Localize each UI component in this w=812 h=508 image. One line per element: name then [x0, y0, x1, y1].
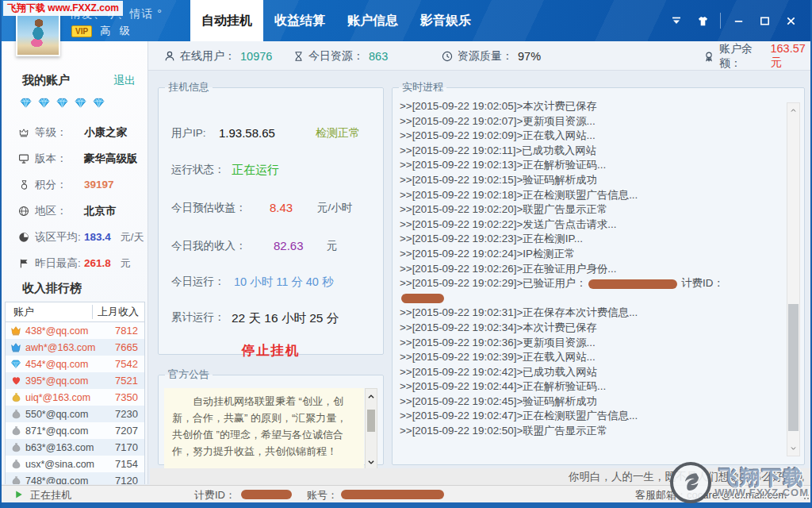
account-label: 账号： [307, 488, 338, 502]
redacted-account [341, 490, 444, 499]
flag-icon [13, 258, 35, 269]
trophy-gold-icon [10, 325, 22, 336]
ip-value: 1.93.58.65 [219, 126, 275, 140]
play-icon [14, 490, 24, 499]
stop-hangup-button[interactable]: 停止挂机 [242, 342, 301, 360]
stat-today-resources: 今日资源：863 [293, 41, 388, 71]
process-log-panel: 实时进程 >>[2015-09-22 19:02:05]>本次计费已保存>>[2… [392, 80, 805, 465]
diamond-icon [37, 97, 51, 109]
maximize-icon[interactable] [756, 12, 773, 29]
window-controls [668, 0, 799, 41]
scrollbar-thumb[interactable] [367, 410, 375, 432]
diamond-icon [19, 97, 33, 109]
ranking-row: 395*@qq.com7521 [6, 372, 144, 389]
hangup-info-panel: 挂机信息 用户IP: 1.93.58.65 检测正常 运行状态： 正在运行 今日… [158, 80, 384, 355]
field-level: 等级：小康之家 [2, 119, 148, 145]
scrollbar-thumb[interactable] [788, 304, 799, 431]
sidebar-title: 我的账户 [22, 73, 70, 88]
log-line: >>[2015-09-22 19:02:20]>联盟广告显示正常 [400, 202, 782, 217]
today-runtime-label: 今日运行： [171, 275, 225, 289]
announcement-text[interactable]: 自动挂机网络联盟秉着 “创业，创新，合作，共赢” 的原则，“汇聚力量，共创价值 … [164, 388, 364, 471]
quality-clock-icon [442, 51, 453, 62]
ranking-row: b63*@163.com7170 [6, 439, 144, 456]
log-line: >>[2015-09-22 19:02:26]>正在验证用户身份... [400, 262, 782, 277]
today-runtime-value: 10 小时 11 分 40 秒 [234, 275, 333, 290]
ranking-row: usx*@sina.com7154 [6, 456, 144, 472]
chevron-up-icon[interactable] [366, 391, 377, 402]
log-line: >>[2015-09-22 19:02:29]>已验证用户： 计费ID： [400, 276, 782, 291]
log-line: >>[2015-09-22 19:02:34]>本次计费已保存 [400, 321, 782, 336]
crown-blue-icon [10, 342, 22, 352]
sidebar-fields: 等级：小康之家版本：豪华高级版积分：39197地区：北京市该区平均:183.4元… [2, 119, 148, 276]
diamond-icon [92, 97, 105, 109]
moneybag-icon [10, 409, 22, 419]
control-divider [720, 13, 721, 29]
run-status-value: 正在运行 [232, 163, 279, 178]
redacted-text [401, 294, 444, 303]
vip-badge: VIP [71, 25, 92, 37]
log-line: >>[2015-09-22 19:02:42]>已成功载入网站 [400, 365, 782, 380]
log-line: >>[2015-09-22 19:02:39]>正在载入网站... [400, 350, 782, 365]
tab-earnings-settlement[interactable]: 收益结算 [263, 0, 336, 41]
estimate-row: 今日预估收益： 8.43 元/小时 [159, 201, 383, 217]
redacted-text [588, 279, 677, 289]
log-scrollbar[interactable] [787, 102, 800, 456]
watermark-url: WWW.FXXZ.COM [714, 487, 809, 498]
announcement-panel: 官方公告 自动挂机网络联盟秉着 “创业，创新，合作，共赢” 的原则，“汇聚力量，… [158, 368, 384, 465]
account-sidebar: 我的账户 退出 等级：小康之家版本：豪华高级版积分：39197地区：北京市该区平… [2, 41, 148, 484]
log-line: >>[2015-09-22 19:02:22]>发送广告点击请求... [400, 217, 782, 233]
log-line [400, 291, 782, 306]
moneybag-icon [10, 442, 22, 452]
site-watermark-top: 飞翔下载 www.FXXZ.com [3, 1, 123, 16]
online-users-icon [164, 51, 175, 62]
tab-auto-hangup[interactable]: 自动挂机 [190, 0, 263, 41]
moneybag-icon [10, 459, 22, 469]
skin-icon[interactable] [694, 12, 711, 29]
billing-id-label: 计费ID： [194, 488, 236, 502]
vip-line: VIP 高 级 [71, 24, 133, 38]
total-runtime-row: 累计运行： 22 天 16 小时 25 分 [159, 310, 383, 326]
tab-account-info[interactable]: 账户信息 [336, 0, 409, 41]
estimate-label: 今日预估收益： [171, 201, 247, 215]
field-version: 版本：豪华高级版 [2, 145, 148, 171]
ranking-header: 账户 上月收入 [6, 302, 144, 322]
run-status-row: 运行状态： 正在运行 [159, 163, 383, 179]
log-lines[interactable]: >>[2015-09-22 19:02:05]>本次计费已保存>>[2015-0… [400, 99, 782, 439]
income-value: 82.63 [274, 239, 304, 252]
chevron-down-icon[interactable] [366, 456, 377, 468]
diamond-icon [74, 97, 87, 109]
log-line: >>[2015-09-22 19:02:36]>更新项目资源... [400, 336, 782, 351]
chevron-down-icon[interactable] [787, 442, 799, 455]
logout-link[interactable]: 退出 [113, 74, 136, 88]
rosette-icon [703, 51, 714, 62]
stats-bar: 在线用户：10976今日资源：863资源质量：97%账户余额：163.57 元 [148, 41, 812, 71]
running-status-label: 正在挂机 [30, 488, 71, 502]
income-row: 今日我的收入： 82.63 元 [159, 239, 383, 255]
estimate-value: 8.43 [270, 201, 293, 214]
skin-menu-icon[interactable] [668, 12, 685, 29]
ranking-row: 454*@qq.com7542 [6, 356, 144, 372]
estimate-unit: 元/小时 [317, 201, 352, 215]
user-avatar[interactable] [16, 10, 60, 56]
ranking-row: 871*@qq.com7207 [6, 422, 144, 439]
log-line: >>[2015-09-22 19:02:24]>IP检测正常 [400, 247, 782, 262]
ip-check-link[interactable]: 检测正常 [316, 126, 360, 140]
globe-icon [13, 206, 35, 217]
close-icon[interactable] [782, 12, 799, 29]
log-line: >>[2015-09-22 19:02:09]>正在载入网站... [400, 129, 782, 144]
hangup-info-legend: 挂机信息 [165, 80, 213, 94]
field-region: 地区：北京市 [2, 198, 148, 224]
chevron-up-icon[interactable] [787, 104, 799, 117]
crown-icon [13, 127, 35, 137]
ranking-col-income: 上月收入 [92, 305, 144, 319]
minimize-icon[interactable] [730, 12, 747, 29]
tab-media-entertainment[interactable]: 影音娱乐 [409, 0, 482, 41]
window-bottom-edge [2, 502, 810, 508]
field-region-average: 该区平均:183.4元/天 [2, 224, 148, 250]
ranking-row: 748*@qq.com7120 [6, 472, 144, 484]
ranking-row: uiq*@163.com7350 [6, 389, 144, 406]
field-yesterday-high: 昨日最高:261.8元 [2, 250, 148, 276]
stat-resource-quality: 资源质量：97% [442, 41, 541, 71]
ranking-row: 550*@qq.com7230 [6, 406, 144, 422]
announcement-scrollbar[interactable] [365, 388, 377, 471]
